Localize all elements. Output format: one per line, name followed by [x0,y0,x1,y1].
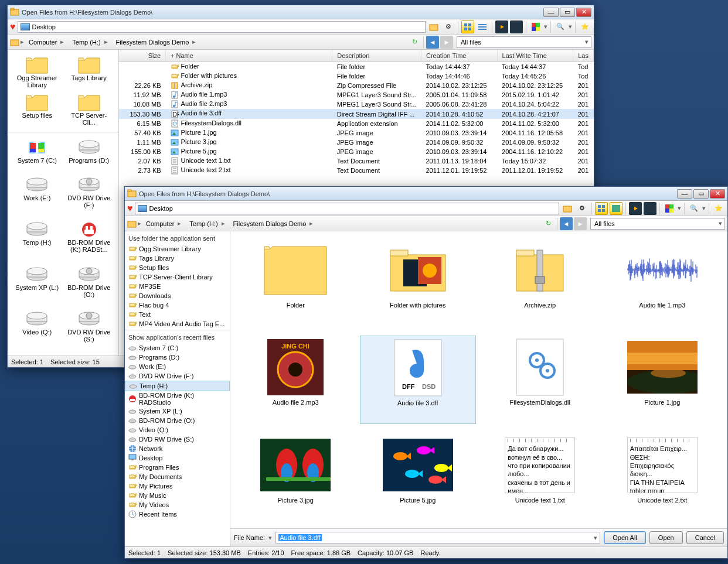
thumbnail-item[interactable]: Archive.zip [482,238,598,326]
nav-forward-button[interactable]: ► [440,36,453,49]
open-folder-button[interactable] [427,20,440,33]
color-button[interactable] [663,202,676,215]
drive-item[interactable]: Video (Q:) [12,309,62,351]
view-icons-button[interactable] [610,202,622,215]
thumbnail-item[interactable]: JING CHIAudio file 2.mp3 [237,336,354,425]
tree-place-item[interactable]: Recent Items [125,510,230,519]
view-thumbnails-button[interactable] [595,202,608,215]
file-row[interactable]: Folder with picturesFile folderToday 14:… [119,71,594,81]
preview-button-2[interactable] [644,202,656,215]
favorite-item[interactable]: Ogg Streamer Library [12,54,62,90]
address-field[interactable]: Desktop [135,203,560,214]
gear-icon[interactable]: ⚙ [442,20,455,33]
filter-field[interactable]: All files [590,218,725,230]
view-details-button[interactable] [476,20,489,33]
tree-place-item[interactable]: Temp (H:) [125,381,230,391]
gear-icon[interactable]: ⚙ [576,202,588,215]
thumbnail-item[interactable]: Folder [237,238,354,326]
drive-item[interactable]: width="40" height="28">BD-ROM Drive (O:) [64,264,114,306]
file-row[interactable]: 57.40 KBPicture 1.jpgJPEG image2010.09.0… [119,128,594,138]
tree-place-item[interactable]: My Documents [125,472,230,481]
thumbnail-item[interactable]: Picture 5.jpg [360,433,477,521]
search-button[interactable]: 🔍 [554,20,567,33]
minimize-button[interactable]: — [677,189,692,199]
tree-place-item[interactable]: System XP (L:) [125,406,230,416]
tree-folder-item[interactable]: Text [125,310,230,319]
tree-folder-item[interactable]: MP3SE [125,282,230,291]
thumbnail-item[interactable]: Picture 1.jpg [604,336,721,425]
breadcrumb-temp-h[interactable]: Temp (H:)▸ [69,37,111,47]
tree-folder-item[interactable]: Tags Library [125,254,230,263]
titlebar[interactable]: Open Files from H:\Filesystem Dialogs De… [8,5,594,19]
tree-place-item[interactable]: BD-ROM Drive (K:) RADStudio [125,391,230,406]
minimize-button[interactable]: — [543,8,559,17]
dropdown-arrow-icon[interactable]: ▾ [702,204,706,212]
star-button[interactable]: ⭐ [579,20,591,33]
file-row[interactable]: 1.11 MBPicture 3.jpgJPEG image2014.09.09… [119,138,594,147]
file-row[interactable]: 22.26 KBArchive.zipZip Compressed File20… [119,81,594,90]
drive-item[interactable]: Programs (D:) [64,137,114,172]
star-button[interactable]: ⭐ [712,202,725,215]
filename-field[interactable]: Audio file 3.dff ▾ [275,532,600,544]
cancel-button[interactable]: Cancel [686,531,724,544]
address-field[interactable]: Desktop [18,21,426,33]
thumbnail-item[interactable]: Απαιτείται Επιχειρ...ΘΕΣΗ: Επιχειρησιακό… [604,433,721,521]
close-button[interactable]: ✕ [710,189,725,199]
thumbnail-item[interactable]: DFFDSDAudio file 3.dff [360,336,477,425]
tree-folder-item[interactable]: Setup files [125,263,230,272]
tree-place-item[interactable]: Programs (D:) [125,353,230,362]
thumbnail-item[interactable]: Да вот обнаружи...воткнул её в сво...что… [482,433,598,521]
file-row[interactable]: 153.30 MBDFFAudio file 3.dffDirect Strea… [119,109,594,118]
col-creation-time[interactable]: Creation Time [421,50,498,62]
file-row[interactable]: FolderFile folderToday 14:44:37Today 14:… [119,62,594,72]
chevron-right-icon[interactable]: ▸ [21,38,24,46]
tree-place-item[interactable]: My Pictures [125,481,230,491]
close-button[interactable]: ✕ [576,8,591,17]
col-name[interactable]: + Name [166,50,332,62]
tree-folder-item[interactable]: Ogg Streamer Library [125,244,230,254]
nav-forward-button[interactable]: ► [574,217,587,230]
col-last-access[interactable]: Las [573,50,594,62]
breadcrumb-computer[interactable]: Computer▸ [25,37,67,47]
tree-folder-item[interactable]: Flac bug 4 [125,300,230,310]
thumbnail-item[interactable]: FilesystemDialogs.dll [482,336,598,425]
col-last-write-time[interactable]: Last Write Time [497,50,573,62]
tree-place-item[interactable]: BD-ROM Drive (O:) [125,416,230,425]
open-button[interactable]: Open [649,531,683,544]
file-row[interactable]: 2.07 KBUnicode text 1.txtText Document20… [119,156,594,166]
tree-place-item[interactable]: My Videos [125,500,230,510]
preview-button-2[interactable] [510,20,523,33]
maximize-button[interactable]: ▭ [693,189,709,199]
refresh-icon[interactable]: ↻ [408,36,421,49]
color-button[interactable] [529,20,542,33]
dropdown-arrow-icon[interactable]: ▾ [569,23,572,30]
dropdown-arrow-icon[interactable]: ▾ [268,534,272,542]
breadcrumb-temp-h[interactable]: Temp (H:)▸ [186,218,228,228]
tree-folder-item[interactable]: MP4 Video And Audio Tag E... [125,319,230,329]
drive-item[interactable]: Work (E:) [12,175,62,217]
file-row[interactable]: 10.08 MBAudio file 2.mp3MPEG1 Layer3 Sou… [119,100,594,109]
drive-item[interactable]: width="40" height="28">DVD RW Drive (F:) [64,175,114,217]
tree-folder-item[interactable]: TCP Server-Client Library [125,272,230,282]
thumbnail-item[interactable]: Audio file 1.mp3 [604,238,721,326]
favorite-item[interactable]: TCP Server-Cli... [64,92,114,127]
open-all-button[interactable]: Open All [604,531,646,544]
maximize-button[interactable]: ▭ [560,8,575,17]
search-button[interactable]: 🔍 [688,202,700,215]
preview-button-1[interactable] [495,20,508,33]
thumbnail-item[interactable]: Picture 3.jpg [237,433,354,521]
col-description[interactable]: Description [332,50,421,62]
dropdown-arrow-icon[interactable]: ▾ [544,23,547,30]
favorite-item[interactable]: Tags Library [64,54,114,90]
drive-item[interactable]: Temp (H:) [12,219,62,261]
tree-place-item[interactable]: DVD RW Drive (S:) [125,435,230,444]
drive-item[interactable]: System 7 (C:) [12,137,62,172]
drive-item[interactable]: System XP (L:) [12,264,62,306]
file-row[interactable]: 6.15 MBFilesystemDialogs.dllApplication … [119,119,594,128]
file-row[interactable]: 11.92 MBAudio file 1.mp3MPEG1 Layer3 Sou… [119,90,594,100]
tree-place-item[interactable]: Program Files [125,463,230,472]
titlebar[interactable]: Open Files from H:\Filesystem Dialogs De… [125,187,727,201]
tree-place-item[interactable]: My Music [125,491,230,500]
tree-place-item[interactable]: DVD RW Drive (F:) [125,371,230,381]
breadcrumb-computer[interactable]: Computer▸ [142,218,185,228]
